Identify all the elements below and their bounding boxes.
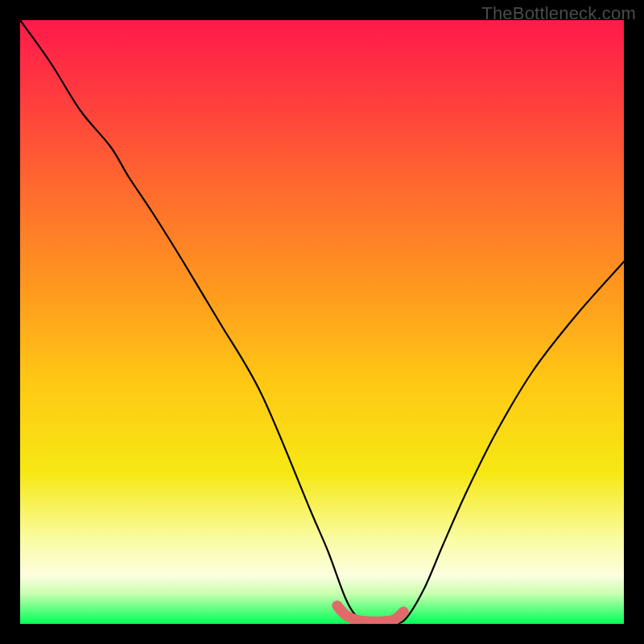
bottleneck-chart [20, 20, 624, 624]
gradient-background [20, 20, 624, 624]
plot-area [20, 20, 624, 624]
watermark-text: TheBottleneck.com [481, 3, 636, 24]
chart-frame: TheBottleneck.com [0, 0, 644, 644]
